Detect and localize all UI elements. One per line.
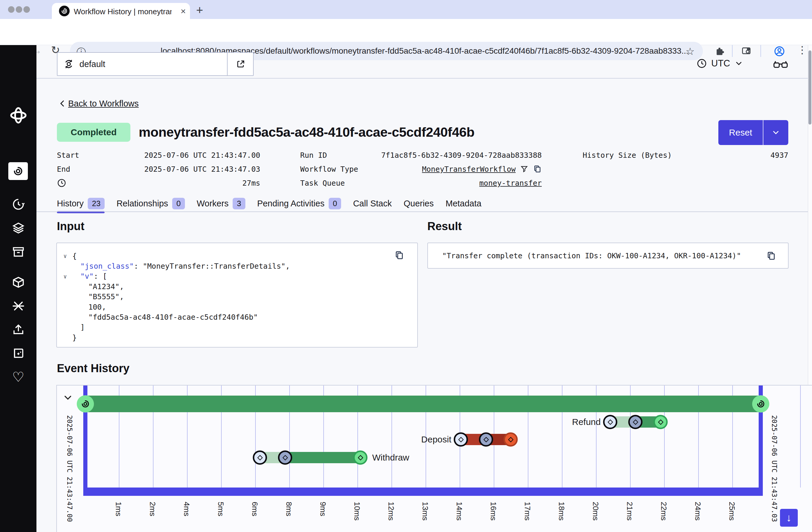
collapse-caret-icon[interactable]: ∨ (63, 253, 67, 259)
collapse-caret-icon[interactable]: ∨ (63, 273, 67, 280)
tab-search-icon[interactable] (741, 46, 752, 56)
tab-label: Relationships (116, 199, 168, 209)
namespace-selector[interactable]: default (57, 52, 254, 76)
timeline-expand-chevron-icon[interactable] (62, 392, 73, 403)
result-value: "Transfer complete (transaction IDs: OKW… (442, 251, 741, 260)
axis-tick-label: 25ms (727, 502, 737, 521)
browser-toolbar: ← → ↻ ⓘ localhost:8080/namespaces/defaul… (0, 19, 812, 45)
temporal-logo-icon (0, 106, 37, 125)
event-history-heading: Event History (57, 362, 130, 375)
reset-button[interactable]: Reset (719, 120, 763, 145)
task-queue-link[interactable]: money-transfer (479, 179, 542, 187)
timeline-axis-bar (83, 488, 763, 496)
event-started-refund[interactable] (628, 415, 642, 429)
tab-metadata[interactable]: Metadata (446, 199, 481, 209)
bookmark-star-icon[interactable]: ☆ (686, 45, 695, 57)
sidebar-item-feedback[interactable]: ♡ (0, 370, 37, 384)
browser-menu-icon[interactable]: ⋮ (797, 44, 807, 56)
tab-close-icon[interactable]: × (180, 6, 186, 16)
event-diamond-icon (257, 455, 263, 460)
window-close-button[interactable] (8, 6, 15, 13)
namespace-external-link-button[interactable] (228, 53, 253, 75)
filter-icon[interactable] (520, 165, 529, 173)
tab-badge: 0 (172, 198, 185, 209)
end-value: 2025-07-06 UTC 21:43:47.03 (144, 165, 260, 173)
window-minimize-button[interactable] (16, 6, 22, 13)
scroll-to-bottom-button[interactable]: ↓ (780, 509, 798, 527)
copy-icon[interactable] (533, 165, 542, 173)
reset-split-button[interactable]: Reset (719, 120, 788, 145)
code-line: ∨"v": [ (57, 271, 417, 281)
browser-tab[interactable]: Workflow History | moneytran × (52, 3, 190, 19)
code-text: ] (57, 323, 85, 332)
namespace-switcher-icon (63, 58, 75, 70)
event-scheduled-refund[interactable] (603, 415, 617, 429)
screenshot-root: Workflow History | moneytran × + ← → ↻ ⓘ… (0, 0, 812, 532)
axis-tick-label: 18ms (557, 502, 566, 521)
input-heading: Input (57, 220, 85, 233)
tab-relationships[interactable]: Relationships0 (116, 198, 185, 209)
timezone-label: UTC (711, 58, 730, 69)
activity-bar-withdraw[interactable] (285, 452, 360, 463)
event-closed-withdraw[interactable] (353, 450, 367, 465)
workflow-type-link[interactable]: MoneyTransferWorkflow (422, 165, 516, 173)
sidebar-item-batch-operations[interactable] (0, 245, 37, 258)
timeline-start-timestamp: 2025-07-06 UTC 21:43:47.00 (66, 415, 73, 522)
task-queue-label: Task Queue (300, 179, 345, 187)
profile-icon[interactable] (773, 45, 785, 57)
history-size-value: 4937 (770, 151, 788, 159)
workflow-execution-bar[interactable] (85, 396, 761, 412)
event-closed-deposit[interactable] (504, 432, 518, 447)
labs-glasses-icon[interactable] (773, 58, 788, 69)
theme-toggle-icon[interactable]: ☼ (0, 530, 37, 532)
duration-value: 27ms (243, 179, 260, 187)
axis-tick-label: 8ms (284, 502, 293, 516)
history-size-label: History Size (Bytes) (583, 151, 672, 159)
axis-tick-label: 4ms (182, 502, 191, 516)
reset-menu-chevron-icon[interactable] (764, 120, 788, 145)
sidebar-item-schedules[interactable] (0, 198, 37, 211)
event-scheduled-withdraw[interactable] (253, 450, 267, 465)
event-started-withdraw[interactable] (278, 450, 292, 465)
tab-queries[interactable]: Queries (404, 199, 434, 209)
code-line: } (57, 333, 417, 342)
event-diamond-icon (633, 419, 638, 425)
workflow-type-label: Workflow Type (300, 165, 358, 173)
axis-tick-label: 20ms (591, 502, 600, 521)
tab-history[interactable]: History23 (57, 198, 105, 209)
start-value: 2025-07-06 UTC 21:43:47.00 (144, 151, 260, 159)
back-to-workflows-link[interactable]: Back to Workflows (68, 99, 139, 109)
copy-icon[interactable] (394, 250, 404, 260)
timezone-selector[interactable]: UTC (696, 58, 743, 69)
new-tab-button[interactable]: + (196, 3, 203, 17)
tab-badge: 0 (329, 198, 341, 209)
back-chevron-icon[interactable] (58, 99, 67, 108)
event-started-deposit[interactable] (479, 432, 493, 447)
axis-tick-label: 24ms (693, 502, 702, 521)
event-scheduled-deposit[interactable] (454, 432, 468, 447)
start-label: Start (57, 151, 79, 159)
tab-label: Pending Activities (257, 199, 324, 209)
tab-workers[interactable]: Workers3 (197, 198, 245, 209)
workflow-start-marker[interactable] (77, 395, 94, 412)
workflow-end-marker[interactable] (752, 395, 769, 412)
sidebar-item-namespaces[interactable] (0, 276, 37, 289)
copy-icon[interactable] (766, 251, 776, 261)
page-scrollbar-thumb[interactable] (809, 51, 811, 125)
activity-label-refund: Refund (572, 417, 601, 427)
code-line: "B5555", (57, 292, 417, 302)
divider (227, 53, 228, 75)
tab-call-stack[interactable]: Call Stack (353, 199, 392, 209)
window-zoom-button[interactable] (24, 6, 30, 13)
tab-pending-activities[interactable]: Pending Activities0 (257, 198, 342, 209)
event-closed-refund[interactable] (653, 415, 668, 429)
sidebar-item-import[interactable] (0, 323, 37, 336)
sidebar-item-nexus[interactable] (0, 299, 37, 312)
extensions-icon[interactable] (714, 46, 725, 56)
tab-label: Workers (197, 199, 229, 209)
result-heading: Result (427, 220, 462, 233)
sidebar-item-docs[interactable] (0, 347, 37, 360)
sidebar-item-workflows[interactable] (8, 162, 28, 180)
event-diamond-icon (483, 437, 489, 442)
sidebar-item-deployments[interactable] (0, 222, 37, 235)
